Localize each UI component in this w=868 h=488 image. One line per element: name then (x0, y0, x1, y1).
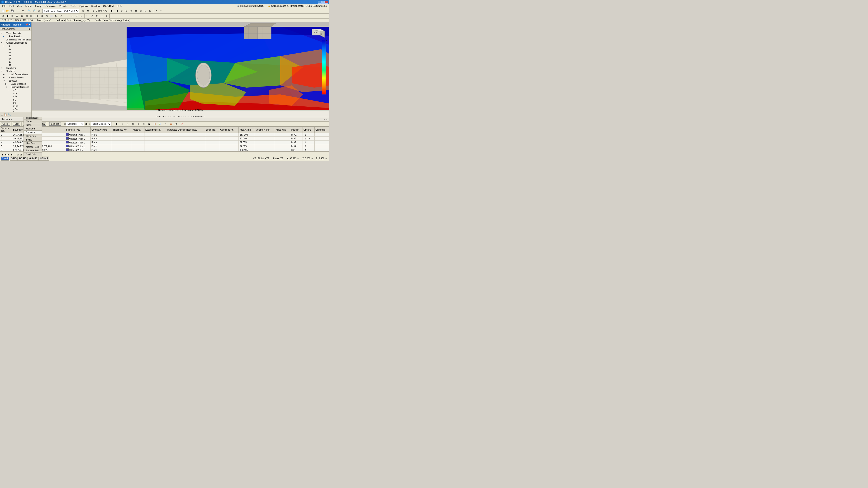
menu-insert[interactable]: Insert (24, 4, 33, 8)
structure-combo[interactable]: Structure (66, 122, 84, 126)
nav-tree-item-21[interactable]: σ1- (0, 98, 31, 101)
tb2-btn-10[interactable]: ◎ (44, 14, 49, 18)
table-row[interactable]: 44-9,26,8,37-58,270Without Thick...Plane… (0, 140, 329, 144)
bottom-tab-solids[interactable]: Solids (24, 138, 42, 141)
bottom-tab-surfaces[interactable]: Surfaces (24, 130, 42, 134)
col-int-lines[interactable]: Lines No. (205, 127, 219, 133)
menu-view[interactable]: View (16, 4, 24, 8)
res-tb-icon1[interactable]: ⬆ (114, 122, 119, 126)
results-edit-btn[interactable]: Edit (13, 122, 20, 126)
tb2-btn-14[interactable]: ↕ (65, 14, 69, 18)
col-area[interactable]: Area A [m²] (239, 127, 255, 133)
bottom-tab-nodes[interactable]: Nodes (24, 120, 42, 123)
basic-objects-combo[interactable]: Basic Objects (91, 122, 112, 126)
menu-edit[interactable]: Edit (8, 4, 15, 8)
tb2-btn-6[interactable]: ▧ (24, 14, 29, 18)
tb-btn-5[interactable]: ◈ (129, 8, 133, 13)
tb2-btn-4[interactable]: ☰ (15, 14, 19, 18)
bottom-tab-lines[interactable]: Lines (24, 123, 42, 127)
nav-tree-item-12[interactable]: ▼Surfaces (0, 70, 31, 73)
combo-arrow-2[interactable]: ▶ (86, 123, 88, 125)
nav-tree-item-18[interactable]: ●σ2,+ (0, 89, 31, 92)
bottom-tab-line-sets[interactable]: Line Sets (24, 141, 42, 145)
nav-tree-item-13[interactable]: ▶Local Deformations (0, 73, 31, 76)
nav-tree-item-14[interactable]: ▶Internal Forces (0, 76, 31, 79)
res-tb-icon2[interactable]: ⬇ (120, 122, 124, 126)
status-bgrid[interactable]: BGRID (18, 157, 28, 161)
loadcase-combo[interactable]: CO2 · LC1 + LC2 + LC3 + LC4 (42, 9, 79, 13)
tab-nav-prev[interactable]: ◀ (4, 153, 7, 156)
nav-tree-item-6[interactable]: uy (0, 51, 31, 54)
tb2-btn-13[interactable]: ◁ (59, 14, 63, 18)
tb-select-none[interactable]: ✧ (159, 8, 163, 13)
tb-zoom-in[interactable]: 🔍 (27, 8, 31, 13)
maximize-button[interactable]: □ (321, 1, 324, 4)
res-tb-icon3[interactable]: ✕ (125, 122, 130, 126)
tab-nav-first[interactable]: |◀ (0, 153, 4, 156)
tb-select-all[interactable]: ✦ (154, 8, 158, 13)
nav-tree-item-9[interactable]: φy (0, 60, 31, 63)
table-row[interactable]: 319-26,36-45,27Without Thick...Plane50.0… (0, 137, 329, 140)
close-button[interactable]: ✕ (325, 1, 328, 4)
nav-tree-item-10[interactable]: φz (0, 63, 31, 66)
res-tb-icon4[interactable]: ⊕ (131, 122, 135, 126)
results-panel-close[interactable]: ✕ (326, 118, 328, 121)
nav-tree-item-16[interactable]: ▶Basic Stresses (0, 82, 31, 86)
col-int-openings[interactable]: Openings No. (219, 127, 239, 133)
menu-help[interactable]: Help (116, 4, 123, 8)
res-tb-icon6[interactable]: □ (142, 122, 146, 126)
tb2-btn-19[interactable]: ⤢ (90, 14, 94, 18)
bottom-tab-members[interactable]: Members (24, 127, 42, 130)
tb-btn-9[interactable]: ⊟ (148, 8, 152, 13)
nav-tree-item-2[interactable]: Differences to initial state (0, 38, 31, 41)
nav-tree-item-23[interactable]: σ1,m (0, 104, 31, 107)
nav-bottom-icon3[interactable]: 🔧 (8, 113, 11, 116)
nav-pin-icon[interactable]: 📌 (26, 24, 28, 26)
nav-tree-item-22[interactable]: σc (0, 101, 31, 104)
tb2-btn-7[interactable]: ⊞ (29, 14, 33, 18)
tb-settings[interactable]: ⚙ (86, 8, 90, 13)
res-tb-icon8[interactable]: 📋 (152, 122, 157, 126)
nav-tree-item-11[interactable]: ▼Members (0, 66, 31, 70)
tb2-btn-16[interactable]: ↗ (74, 14, 79, 18)
res-tb-icon12[interactable]: ⚙ (174, 122, 179, 126)
menu-results[interactable]: Results (58, 4, 69, 8)
tb2-btn-3[interactable]: ≡ (10, 14, 14, 18)
col-stiffness-type[interactable]: Stiffness Type (65, 127, 90, 133)
tb2-btn-5[interactable]: ▦ (20, 14, 24, 18)
tb2-btn-18[interactable]: ✂ (85, 14, 90, 18)
tb2-btn-2[interactable]: ⬢ (5, 14, 10, 18)
tb-redo[interactable]: ↪ (21, 8, 25, 13)
bottom-tab-openings[interactable]: Openings (24, 134, 42, 138)
col-comment[interactable]: Comment (314, 127, 329, 133)
nav-tree-item-8[interactable]: φx (0, 57, 31, 60)
nav-tree-item-7[interactable]: uz (0, 54, 31, 57)
menu-window[interactable]: Window (90, 4, 101, 8)
results-settings-btn[interactable]: Settings (49, 122, 61, 126)
tb-btn-7[interactable]: ⊞ (138, 8, 143, 13)
menu-tools[interactable]: Tools (69, 4, 78, 8)
tb2-btn-22[interactable]: ⊹ (104, 14, 109, 18)
tb2-btn-8[interactable]: ⊕ (35, 14, 39, 18)
tb2-btn-17[interactable]: ↙ (79, 14, 84, 18)
tb2-btn-11[interactable]: ⬜ (49, 14, 54, 18)
tb-btn-1[interactable]: ▶ (110, 8, 114, 13)
col-options[interactable]: Options (303, 127, 314, 133)
tb-new[interactable]: 📄 (0, 8, 5, 13)
res-tb-icon13[interactable]: ❓ (180, 122, 184, 126)
minimize-button[interactable]: – (318, 1, 321, 4)
menu-calculate[interactable]: Calculate (44, 4, 57, 8)
bottom-tab-surface-sets[interactable]: Surface Sets (24, 149, 42, 152)
col-surface-no[interactable]: SurfaceNo. (0, 127, 12, 133)
tab-nav-last[interactable]: ▶| (10, 153, 14, 156)
col-volume[interactable]: Volume V [m³] (255, 127, 275, 133)
results-goto-btn[interactable]: Go To (1, 122, 10, 126)
nav-tree-item-19[interactable]: σ1+ (0, 92, 31, 95)
nav-close-icon[interactable]: ✕ (29, 24, 31, 26)
nav-tree-item-5[interactable]: ux (0, 47, 31, 51)
tb-fit[interactable]: ⊞ (36, 8, 41, 13)
tb2-btn-20[interactable]: ⟳ (95, 14, 99, 18)
status-glines[interactable]: GLINES (28, 157, 39, 161)
menu-file[interactable]: File (1, 4, 8, 8)
nav-tree-item-4[interactable]: ●u (0, 44, 31, 47)
